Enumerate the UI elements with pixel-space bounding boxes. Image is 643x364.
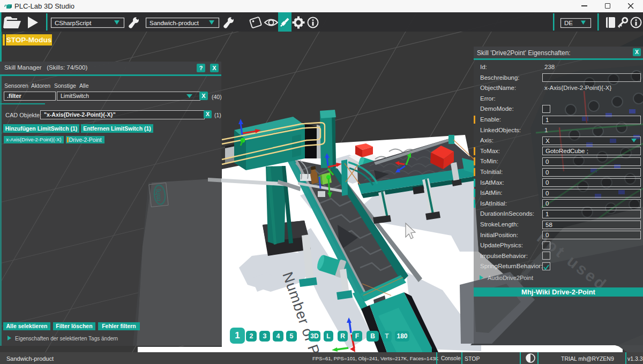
svg-text:DE: DE (564, 20, 573, 26)
svg-text:Sandwich-product: Sandwich-product (149, 20, 199, 26)
svg-text:CSharpScript: CSharpScript (55, 20, 92, 26)
